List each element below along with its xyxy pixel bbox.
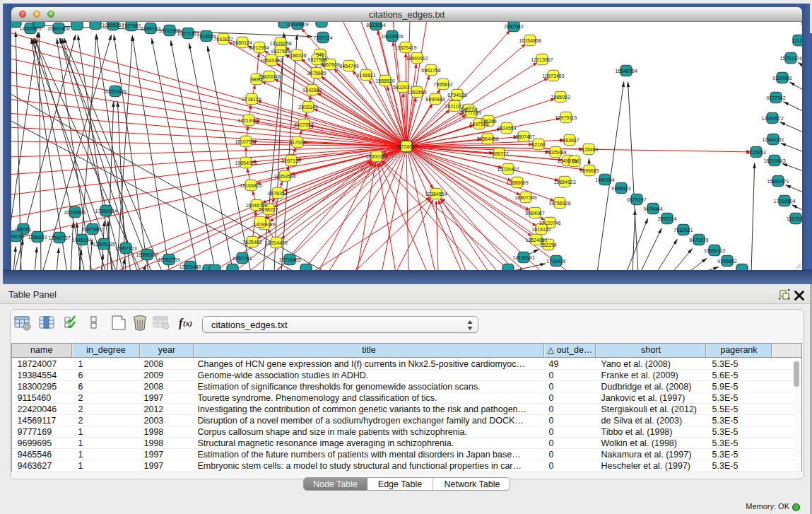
svg-text:15692971: 15692971: [767, 179, 789, 184]
svg-text:1527602: 1527602: [122, 23, 141, 28]
svg-text:3675685: 3675685: [307, 71, 326, 76]
svg-text:17016504: 17016504: [773, 199, 795, 204]
svg-text:2803144: 2803144: [298, 105, 317, 110]
svg-text:9084067: 9084067: [525, 211, 544, 216]
svg-text:10671355: 10671355: [177, 31, 199, 36]
svg-text:1588520: 1588520: [375, 78, 394, 83]
svg-text:13325419: 13325419: [394, 45, 416, 50]
svg-text:8878352: 8878352: [268, 191, 287, 196]
svg-text:6794028: 6794028: [447, 93, 466, 98]
svg-text:18640910: 18640910: [406, 56, 428, 61]
svg-text:19166825: 19166825: [240, 183, 261, 188]
svg-text:2933114: 2933114: [658, 216, 677, 221]
svg-text:935061: 935061: [15, 227, 31, 232]
svg-text:17957223: 17957223: [114, 246, 136, 251]
svg-text:16107552: 16107552: [235, 139, 257, 144]
svg-text:8427552: 8427552: [294, 122, 313, 127]
svg-text:7485003: 7485003: [551, 95, 570, 100]
svg-text:10655267: 10655267: [102, 23, 124, 28]
svg-text:9699695: 9699695: [579, 168, 599, 173]
svg-text:11123: 11123: [792, 38, 802, 43]
svg-text:8186328: 8186328: [287, 53, 306, 58]
svg-text:1440954: 1440954: [595, 177, 614, 182]
svg-text:20975867: 20975867: [81, 227, 103, 232]
svg-text:16033809: 16033809: [286, 22, 308, 27]
svg-text:13524851: 13524851: [525, 238, 547, 243]
svg-text:14136141: 14136141: [512, 255, 534, 260]
svg-text:546: 546: [316, 52, 324, 57]
svg-text:12353594: 12353594: [273, 174, 295, 179]
svg-text:12093572: 12093572: [761, 116, 783, 121]
svg-text:3215953: 3215953: [746, 150, 765, 155]
svg-text:12213967: 12213967: [531, 57, 553, 62]
svg-text:20206536: 20206536: [64, 210, 86, 215]
svg-text:7663822: 7663822: [213, 37, 233, 42]
svg-text:9245652: 9245652: [717, 259, 736, 264]
svg-text:7986372: 7986372: [489, 151, 508, 156]
svg-text:1167534: 1167534: [787, 216, 802, 221]
svg-text:12444151: 12444151: [762, 137, 784, 142]
svg-text:6879197: 6879197: [627, 197, 646, 202]
svg-text:12923448: 12923448: [179, 264, 201, 269]
svg-text:16648784: 16648784: [615, 69, 637, 74]
svg-text:19654923: 19654923: [553, 180, 575, 185]
svg-text:16210643: 16210643: [763, 158, 785, 163]
svg-text:7955812: 7955812: [433, 82, 452, 87]
svg-text:16782759: 16782759: [158, 257, 180, 262]
svg-text:18300295: 18300295: [365, 154, 387, 159]
svg-text:14099489: 14099489: [253, 222, 275, 227]
svg-text:9227342: 9227342: [766, 95, 785, 100]
svg-text:16154808: 16154808: [519, 38, 541, 43]
svg-text:8912954: 8912954: [249, 45, 269, 50]
svg-text:1733426: 1733426: [546, 259, 565, 264]
svg-text:6497568: 6497568: [469, 122, 488, 127]
svg-text:8813054: 8813054: [366, 23, 385, 28]
svg-text:6466160: 6466160: [141, 26, 160, 31]
svg-text:23420046: 23420046: [258, 74, 280, 79]
svg-text:5498222: 5498222: [259, 207, 278, 212]
svg-text:10958107: 10958107: [136, 252, 158, 257]
svg-text:9115460: 9115460: [579, 147, 599, 152]
svg-text:9457791: 9457791: [233, 256, 252, 261]
svg-text:19218506: 19218506: [381, 34, 403, 39]
svg-text:2087682: 2087682: [504, 24, 523, 29]
svg-text:5822037: 5822037: [393, 85, 412, 90]
svg-text:9474444: 9474444: [643, 206, 662, 211]
svg-text:7632621: 7632621: [673, 228, 693, 233]
svg-text:3267130: 3267130: [281, 158, 300, 163]
svg-text:15716485: 15716485: [278, 257, 300, 262]
svg-text:9463627: 9463627: [560, 138, 579, 143]
svg-text:10688609: 10688609: [506, 180, 528, 185]
svg-text:18724007: 18724007: [395, 144, 417, 149]
svg-text:9146821: 9146821: [356, 73, 375, 78]
svg-text:(x): (x): [183, 319, 192, 328]
svg-text:12505135: 12505135: [93, 242, 114, 247]
svg-text:17359924: 17359924: [95, 209, 117, 214]
svg-text:10807487: 10807487: [512, 134, 534, 139]
svg-text:39139: 39139: [11, 234, 23, 239]
svg-text:16914479: 16914479: [265, 240, 287, 245]
svg-text:15751074: 15751074: [779, 56, 801, 61]
svg-text:9242848: 9242848: [302, 88, 322, 93]
svg-text:1615132: 1615132: [531, 227, 551, 232]
svg-text:12942737: 12942737: [48, 235, 70, 240]
svg-text:8660124: 8660124: [233, 40, 252, 45]
svg-text:7625402: 7625402: [242, 240, 261, 245]
svg-text:10025488: 10025488: [544, 150, 566, 155]
svg-text:1362609: 1362609: [407, 90, 426, 95]
svg-text:16543382: 16543382: [260, 58, 282, 63]
svg-text:1645194: 1645194: [72, 238, 91, 243]
svg-text:8454749: 8454749: [339, 64, 358, 69]
svg-text:14055571: 14055571: [19, 26, 41, 31]
svg-text:6961758: 6961758: [421, 68, 440, 73]
svg-text:1156829: 1156829: [28, 235, 47, 240]
svg-text:8471676: 8471676: [689, 238, 708, 243]
svg-text:2718176: 2718176: [242, 97, 261, 102]
svg-text:19654925: 19654925: [235, 160, 257, 165]
svg-text:12213389: 12213389: [237, 118, 259, 123]
svg-text:20691406: 20691406: [47, 26, 69, 31]
svg-text:64: 64: [572, 159, 577, 164]
svg-text:8990448: 8990448: [425, 97, 445, 102]
svg-text:9329966: 9329966: [772, 76, 792, 81]
svg-text:13226058: 13226058: [269, 41, 291, 46]
